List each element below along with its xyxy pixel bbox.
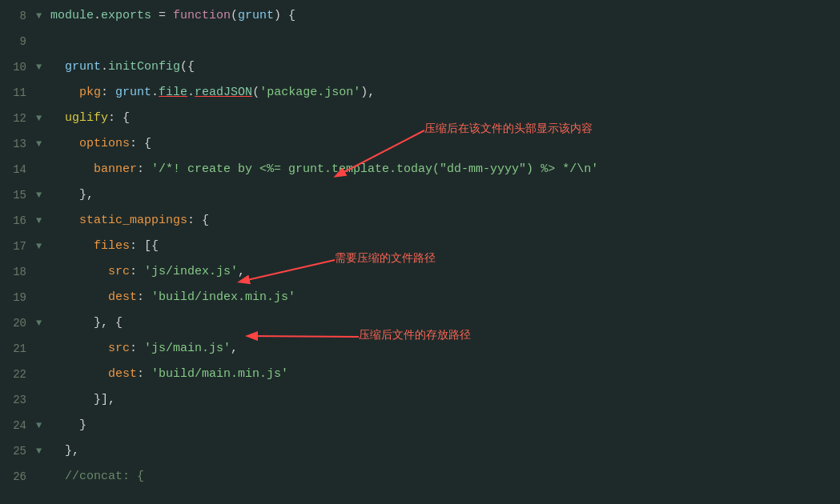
- code-10: grunt.initConfig({: [49, 54, 840, 80]
- line-21: 21 src: 'js/main.js',: [0, 336, 840, 362]
- line-num-16: 16: [0, 208, 36, 234]
- line-num-9: 9: [0, 29, 36, 54]
- line-26: 26 //concat: {: [0, 464, 840, 490]
- fold-8[interactable]: ▼: [36, 3, 49, 29]
- line-20: 20 ▼ }, {: [0, 310, 840, 336]
- fold-16[interactable]: ▼: [36, 208, 49, 234]
- fold-20[interactable]: ▼: [36, 310, 49, 336]
- line-num-15: 15: [0, 182, 36, 208]
- line-13: 13 ▼ options: {: [0, 131, 840, 157]
- line-8: 8 ▼ module.exports = function(grunt) {: [0, 3, 840, 29]
- line-num-24: 24: [0, 413, 36, 438]
- line-num-14: 14: [0, 157, 36, 182]
- code-20: }, {: [49, 310, 840, 336]
- line-num-23: 23: [0, 387, 36, 413]
- line-11: 11 pkg: grunt.file.readJSON('package.jso…: [0, 80, 840, 106]
- line-num-8: 8: [0, 3, 36, 29]
- line-10: 10 ▼ grunt.initConfig({: [0, 54, 840, 80]
- code-17: files: [{: [49, 234, 840, 259]
- line-14: 14 banner: '/*! create by <%= grunt.temp…: [0, 157, 840, 182]
- code-14: banner: '/*! create by <%= grunt.templat…: [49, 157, 840, 182]
- line-num-19: 19: [0, 285, 36, 310]
- line-num-21: 21: [0, 336, 36, 362]
- fold-15[interactable]: ▼: [36, 182, 49, 208]
- line-12: 12 ▼ uglify: {: [0, 106, 840, 131]
- line-num-26: 26: [0, 464, 36, 490]
- code-25: },: [49, 438, 840, 464]
- line-num-12: 12: [0, 106, 36, 131]
- code-16: static_mappings: {: [49, 208, 840, 234]
- line-num-13: 13: [0, 131, 36, 157]
- line-num-20: 20: [0, 310, 36, 336]
- fold-25[interactable]: ▼: [36, 438, 49, 464]
- line-17: 17 ▼ files: [{: [0, 234, 840, 259]
- code-19: dest: 'build/index.min.js': [49, 285, 840, 310]
- code-24: }: [49, 413, 840, 438]
- code-11: pkg: grunt.file.readJSON('package.json')…: [49, 80, 840, 106]
- line-num-10: 10: [0, 54, 36, 80]
- fold-13[interactable]: ▼: [36, 131, 49, 157]
- fold-24[interactable]: ▼: [36, 413, 49, 438]
- fold-12[interactable]: ▼: [36, 106, 49, 131]
- code-8: module.exports = function(grunt) {: [49, 3, 840, 29]
- code-18: src: 'js/index.js',: [49, 259, 840, 285]
- code-13: options: {: [49, 131, 840, 157]
- line-18: 18 src: 'js/index.js',: [0, 259, 840, 285]
- line-24: 24 ▼ }: [0, 413, 840, 438]
- line-19: 19 dest: 'build/index.min.js': [0, 285, 840, 310]
- code-editor: 8 ▼ module.exports = function(grunt) { 9…: [0, 0, 840, 504]
- line-num-11: 11: [0, 80, 36, 106]
- line-15: 15 ▼ },: [0, 182, 840, 208]
- line-16: 16 ▼ static_mappings: {: [0, 208, 840, 234]
- code-15: },: [49, 182, 840, 208]
- fold-17[interactable]: ▼: [36, 234, 49, 259]
- line-num-25: 25: [0, 438, 36, 464]
- line-9: 9: [0, 29, 840, 54]
- line-num-17: 17: [0, 234, 36, 259]
- code-12: uglify: {: [49, 106, 840, 131]
- code-26: //concat: {: [49, 464, 840, 490]
- code-23: }],: [49, 387, 840, 413]
- fold-10[interactable]: ▼: [36, 54, 49, 80]
- line-num-22: 22: [0, 362, 36, 387]
- code-22: dest: 'build/main.min.js': [49, 362, 840, 387]
- code-21: src: 'js/main.js',: [49, 336, 840, 362]
- line-22: 22 dest: 'build/main.min.js': [0, 362, 840, 387]
- line-25: 25 ▼ },: [0, 438, 840, 464]
- line-num-18: 18: [0, 259, 36, 285]
- line-23: 23 }],: [0, 387, 840, 413]
